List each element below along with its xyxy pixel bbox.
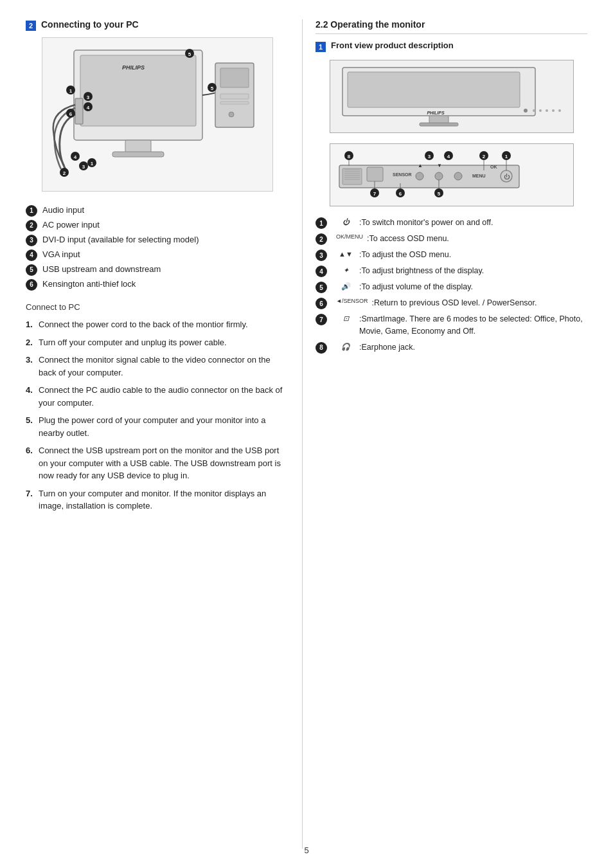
item-num: 3 bbox=[26, 235, 37, 246]
item-num: 4 bbox=[315, 266, 327, 277]
svg-point-54 bbox=[454, 172, 462, 180]
step-text: Turn off your computer and unplug its po… bbox=[39, 336, 289, 349]
controls-diagram: SENSOR MENU ⏻ OK ▲ ▼ 1 2 bbox=[330, 143, 574, 206]
item-desc: :To adjust the OSD menu. bbox=[359, 249, 587, 261]
item-num: 3 bbox=[315, 249, 327, 261]
item-num: 4 bbox=[26, 249, 37, 261]
item-num: 1 bbox=[26, 205, 37, 217]
step-number: 6. bbox=[26, 444, 39, 457]
list-item: 3 DVI-D input (available for selecting m… bbox=[26, 234, 289, 246]
item-num: 6 bbox=[26, 279, 37, 291]
svg-point-38 bbox=[552, 109, 555, 112]
svg-text:7: 7 bbox=[373, 191, 376, 197]
list-item: 5 USB upstream and downstream bbox=[26, 264, 289, 276]
right-subsection-header: 1 Front view product description bbox=[315, 41, 587, 52]
svg-rect-7 bbox=[220, 68, 249, 87]
connect-title: Connect to PC bbox=[26, 302, 289, 312]
controls-svg: SENSOR MENU ⏻ OK ▲ ▼ 1 2 bbox=[336, 149, 567, 201]
volume-icon: 🔊 bbox=[336, 281, 355, 292]
back-sensor-icon: ◄/SENSOR bbox=[336, 297, 368, 306]
list-item: 1 Audio input bbox=[26, 204, 289, 217]
item-desc: :SmartImage. There are 6 modes to be sel… bbox=[359, 313, 587, 338]
step-number: 1. bbox=[26, 318, 39, 331]
svg-text:MENU: MENU bbox=[472, 174, 486, 178]
step-item: 4. Connect the PC audio cable to the aud… bbox=[26, 384, 289, 409]
step-text: Connect the monitor signal cable to the … bbox=[39, 354, 289, 379]
svg-text:5: 5 bbox=[211, 86, 214, 91]
control-item: 7 ⊡ :SmartImage. There are 6 modes to be… bbox=[315, 313, 587, 338]
control-item: 8 🎧 :Earphone jack. bbox=[315, 341, 587, 354]
svg-text:2: 2 bbox=[482, 154, 485, 159]
left-section-header: 2 Connecting to your PC bbox=[26, 19, 289, 31]
svg-text:5: 5 bbox=[188, 51, 191, 57]
svg-text:⏻: ⏻ bbox=[503, 174, 510, 180]
step-text: Turn on your computer and monitor. If th… bbox=[39, 487, 289, 512]
svg-text:1: 1 bbox=[504, 154, 508, 159]
step-item: 6. Connect the USB upstream port on the … bbox=[26, 444, 289, 482]
item-desc: :To switch monitor's power on and off. bbox=[359, 217, 587, 229]
smartimage-icon: ⊡ bbox=[336, 313, 355, 324]
right-section-title: 2.2 Operating the monitor bbox=[315, 19, 587, 34]
item-text: AC power input bbox=[42, 219, 100, 231]
step-text: Connect the power cord to the back of th… bbox=[39, 318, 289, 331]
step-item: 1. Connect the power cord to the back of… bbox=[26, 318, 289, 331]
step-item: 2. Turn off your computer and unplug its… bbox=[26, 336, 289, 349]
item-num: 2 bbox=[26, 220, 37, 231]
svg-text:4: 4 bbox=[87, 105, 90, 111]
svg-rect-9 bbox=[220, 94, 249, 99]
page-number: 5 bbox=[304, 845, 308, 855]
item-text: DVI-D input (available for selecting mod… bbox=[42, 234, 199, 246]
svg-text:6: 6 bbox=[69, 111, 73, 117]
item-num: 1 bbox=[315, 217, 327, 229]
svg-rect-43 bbox=[342, 168, 362, 185]
control-item: 2 OK/MENU :To access OSD menu. bbox=[315, 233, 587, 245]
control-items-list: 1 ⏻ :To switch monitor's power on and of… bbox=[315, 217, 587, 354]
svg-point-35 bbox=[533, 109, 535, 112]
ok-menu-icon: OK/MENU bbox=[336, 233, 363, 242]
svg-text:PHILIPS: PHILIPS bbox=[122, 64, 145, 71]
item-num: 5 bbox=[26, 264, 37, 276]
item-num: 2 bbox=[315, 233, 327, 245]
step-number: 4. bbox=[26, 384, 39, 397]
svg-text:4: 4 bbox=[74, 154, 77, 160]
svg-text:3: 3 bbox=[427, 154, 431, 159]
step-number: 3. bbox=[26, 354, 39, 366]
step-text: Connect the PC audio cable to the audio … bbox=[39, 384, 289, 409]
control-item: 6 ◄/SENSOR :Return to previous OSD level… bbox=[315, 297, 587, 309]
item-text: USB upstream and downstream bbox=[42, 264, 161, 275]
svg-rect-10 bbox=[220, 102, 249, 104]
svg-point-53 bbox=[435, 172, 443, 180]
item-desc: :Earphone jack. bbox=[359, 341, 587, 354]
item-desc: :To adjust volume of the display. bbox=[359, 281, 587, 293]
svg-text:PHILIPS: PHILIPS bbox=[427, 111, 445, 115]
item-desc: :To access OSD menu. bbox=[367, 233, 587, 245]
monitor-back-svg: PHILIPS bbox=[48, 44, 267, 185]
svg-point-34 bbox=[524, 109, 528, 113]
monitor-front-svg: PHILIPS bbox=[336, 64, 567, 129]
svg-rect-32 bbox=[348, 72, 520, 107]
svg-text:3: 3 bbox=[82, 164, 85, 170]
svg-text:OK: OK bbox=[490, 165, 497, 169]
svg-rect-50 bbox=[367, 167, 383, 181]
power-icon: ⏻ bbox=[336, 217, 355, 228]
control-item: 1 ⏻ :To switch monitor's power on and of… bbox=[315, 217, 587, 229]
step-item: 7. Turn on your computer and monitor. If… bbox=[26, 487, 289, 512]
svg-rect-4 bbox=[112, 152, 164, 157]
svg-text:SENSOR: SENSOR bbox=[393, 172, 412, 177]
svg-text:▼: ▼ bbox=[437, 163, 442, 168]
step-text: Connect the USB upstream port on the mon… bbox=[39, 444, 289, 482]
section-number: 2 bbox=[26, 21, 36, 31]
list-item: 2 AC power input bbox=[26, 219, 289, 231]
arrow-icon: ▲▼ bbox=[336, 249, 355, 260]
svg-text:5: 5 bbox=[437, 191, 440, 197]
svg-text:2: 2 bbox=[63, 170, 66, 176]
svg-point-36 bbox=[539, 109, 542, 112]
earphone-icon: 🎧 bbox=[336, 341, 355, 352]
section-title: Connecting to your PC bbox=[41, 19, 139, 30]
subsection-title: Front view product description bbox=[331, 41, 454, 50]
item-num: 6 bbox=[315, 298, 327, 309]
step-text: Plug the power cord of your computer and… bbox=[39, 414, 289, 439]
item-text: Audio input bbox=[42, 204, 84, 216]
item-text: VGA input bbox=[42, 249, 80, 260]
svg-text:6: 6 bbox=[398, 191, 402, 197]
